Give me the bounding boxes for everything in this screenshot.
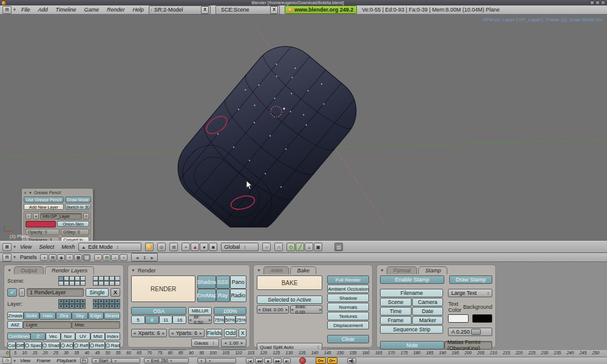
panel-collapse-icon[interactable]: ▼	[380, 268, 384, 272]
opacity-slider[interactable]: Opacity: 0	[25, 229, 59, 235]
pass-toggle-1[interactable]: Diff	[16, 342, 24, 349]
screen-selector[interactable]: ↕ SR:2-Model X	[149, 5, 211, 15]
layer-toggle-0[interactable]: Zmask	[7, 312, 24, 320]
left-arrow-icon[interactable]: ◀	[135, 255, 138, 260]
render-layer-0[interactable]	[58, 299, 64, 304]
panel-close-icon[interactable]: ✕	[24, 190, 27, 195]
render-button[interactable]: RENDER	[131, 275, 195, 302]
stamp-font-dropdown[interactable]: Large Text	[448, 289, 492, 297]
pass-toggle-3[interactable]: Shad	[42, 342, 60, 349]
view3d-menu-2[interactable]: Mesh	[61, 244, 75, 250]
view3d-menu-0[interactable]: View	[20, 244, 32, 250]
xparts-field[interactable]: Xparts: 6	[131, 329, 167, 337]
chevron-down-icon[interactable]: ▼	[13, 8, 16, 12]
render-layer-1[interactable]	[98, 299, 104, 304]
maximize-button[interactable]: □	[595, 1, 600, 5]
light-override-field[interactable]: Light:	[23, 321, 72, 329]
render-layer-6[interactable]	[64, 304, 69, 309]
pr-toggle[interactable]: Pr	[80, 358, 88, 363]
render-layer-4[interactable]	[80, 299, 86, 304]
bake-mode-3[interactable]: Normals	[327, 303, 369, 311]
layer-toggle-5[interactable]: Edge	[88, 312, 104, 320]
pass-toggle-0[interactable]: Col	[7, 342, 16, 349]
render-preview-icon[interactable]: ▨	[334, 243, 343, 251]
occlude-geometry-icon[interactable]: ▣	[314, 243, 322, 251]
convert-button[interactable]: Convert to...	[61, 237, 89, 241]
record-button[interactable]	[299, 357, 306, 364]
render-layer-0[interactable]	[93, 299, 98, 304]
panels-menu[interactable]: Panels	[20, 254, 37, 260]
anim-subcontext-icon[interactable]: ▤	[103, 254, 110, 261]
render-layer-1[interactable]	[64, 299, 69, 304]
yparts-field[interactable]: Yparts: 6	[169, 329, 205, 337]
dist-field[interactable]: Dist: 0.00	[257, 305, 289, 314]
pass-toggle-6[interactable]: Refr	[89, 342, 105, 349]
mode-dropdown[interactable]: ▲ Edit Mode	[78, 243, 141, 251]
screen-close-icon[interactable]: X	[201, 6, 209, 14]
script-context-icon[interactable]: ▤	[49, 254, 56, 261]
current-frame-field[interactable]: 1	[197, 358, 236, 363]
stamp-filename-toggle[interactable]: Filename	[380, 289, 443, 297]
pass-toggle-2[interactable]: Vec	[46, 332, 61, 340]
gstep-field[interactable]: GStep: 0	[61, 229, 89, 235]
clock-icon[interactable]: ◷	[2, 357, 12, 364]
pass-toggle-7[interactable]: Rad	[105, 342, 121, 349]
layer-toggle-6[interactable]: Strand	[104, 312, 120, 320]
panel-collapse-icon[interactable]: ▼	[29, 191, 32, 195]
tab-0[interactable]: Output	[14, 266, 44, 274]
scene-layer-3[interactable]	[109, 276, 115, 281]
size-preset-0[interactable]: 75%	[214, 315, 225, 324]
rotate-manipulator-icon[interactable]: ●	[200, 243, 208, 251]
render-layer-5[interactable]	[93, 304, 98, 309]
stamp-date-toggle[interactable]: Date	[412, 307, 444, 315]
scale-manipulator-icon[interactable]: ■	[209, 243, 217, 251]
timeline-menu-1[interactable]: Frame	[36, 358, 50, 363]
text-color-swatch[interactable]	[448, 314, 468, 323]
osa-value-1[interactable]: 8	[145, 315, 159, 324]
add-new-layer-button[interactable]: Add New Layer	[24, 204, 64, 210]
filter-dropdown[interactable]: Gauss	[191, 339, 219, 347]
scene-layer-7[interactable]	[104, 281, 109, 286]
stamp-sequence-strip-toggle[interactable]: Sequence Strip	[380, 325, 443, 334]
render-layer-6[interactable]	[98, 304, 104, 309]
scene-layer-2[interactable]	[69, 276, 75, 281]
draw-stamp-toggle[interactable]: Draw Stamp	[449, 275, 492, 284]
stamp-marker-toggle[interactable]: Marker	[412, 316, 444, 325]
editor-type-icon[interactable]: ▤	[2, 254, 12, 261]
manipulator-hand-icon[interactable]: +	[181, 243, 190, 251]
render-layer-4[interactable]	[115, 299, 120, 304]
translate-manipulator-icon[interactable]: ▲	[191, 243, 199, 251]
size-preset-1[interactable]: 50%	[225, 315, 236, 324]
render-layer-9[interactable]	[80, 304, 86, 309]
face-select-icon[interactable]: ▵	[305, 243, 313, 251]
transport-button-2[interactable]: ▶	[264, 358, 272, 363]
chevron-down-icon[interactable]: ▼	[13, 359, 16, 363]
renderlayer-name-field[interactable]: 1 RenderLayer	[27, 288, 84, 297]
scene-layer-0[interactable]	[93, 276, 98, 281]
filter-size-field[interactable]: 1.00	[221, 339, 246, 347]
layers-widget-icon[interactable]: ⊞	[169, 243, 178, 251]
scene-layer-8[interactable]	[109, 281, 115, 286]
clear-button[interactable]: Clear	[327, 335, 369, 343]
render-toggle-0[interactable]: Shadow	[197, 275, 216, 289]
transport-button-3[interactable]: ▶▶	[273, 358, 282, 363]
render-toggle-4[interactable]: Ray	[216, 289, 230, 302]
snap-icon[interactable]: ∩	[274, 243, 283, 251]
minimize-button[interactable]: –	[590, 1, 594, 5]
right-arrow-icon[interactable]: ▶	[151, 255, 154, 260]
stamp-camera-toggle[interactable]: Camera	[412, 298, 444, 306]
panel-collapse-icon[interactable]: ▼	[131, 268, 135, 272]
bake-mode-0[interactable]: Full Render	[327, 275, 369, 284]
fields-x-toggle[interactable]: X	[239, 329, 246, 337]
bake-mode-2[interactable]: Shadow	[327, 294, 369, 302]
tab-0[interactable]: Format	[387, 266, 418, 274]
scene-layer-5[interactable]	[93, 281, 98, 286]
pass-toggle-5[interactable]: Mist	[90, 332, 106, 340]
tab-1[interactable]: Render Layers	[45, 266, 94, 274]
layer-close-icon[interactable]: ✕	[83, 213, 89, 220]
chevron-down-icon[interactable]: ▼	[13, 245, 16, 249]
layer-toggle-3[interactable]: Ztra	[56, 312, 72, 320]
odd-toggle[interactable]: Odd	[224, 329, 237, 337]
audio-sync-icon[interactable]	[347, 358, 356, 363]
stamp-frame-toggle[interactable]: Frame	[380, 316, 412, 325]
